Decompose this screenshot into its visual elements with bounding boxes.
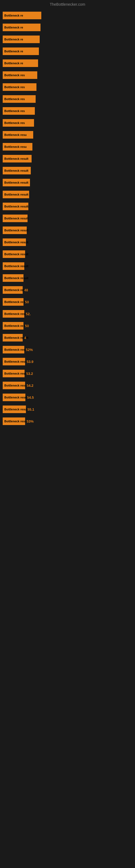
bar-label: Bottleneck result	[3, 239, 26, 246]
bar-label: Bottleneck result	[3, 179, 30, 186]
bar-row: Bottleneck result	[0, 273, 135, 283]
bar-label: Bottleneck result	[3, 394, 26, 401]
bar-label: Bottleneck result	[3, 155, 32, 162]
bar-label: Bottleneck res	[3, 83, 37, 91]
bar-label: Bottleneck res	[3, 107, 35, 115]
bar-row: Bottleneck result53.9	[0, 356, 135, 367]
bar-row: Bottleneck result50	[0, 321, 135, 331]
bar-row: Bottleneck resu	[0, 130, 135, 140]
bar-label: Bottleneck re	[3, 12, 41, 19]
bar-row: Bottleneck result52%	[0, 344, 135, 355]
bar-value: 54.5	[27, 396, 38, 400]
bar-row: Bottleneck result	[0, 189, 135, 199]
bar-label: Bottleneck re	[3, 35, 40, 43]
bar-label: Bottleneck result	[3, 405, 26, 413]
bar-value: 48	[24, 288, 35, 292]
bar-value: 52%	[26, 348, 37, 352]
bar-row: Bottleneck res	[0, 106, 135, 116]
bar-row: Bottleneck res	[0, 94, 135, 104]
bar-row: Bottleneck result	[0, 165, 135, 176]
bar-row: Bottleneck re	[0, 10, 135, 21]
site-title: TheBottlenecker.com	[0, 0, 135, 9]
bar-value: 55.1	[28, 407, 38, 411]
bar-label: Bottleneck res	[3, 119, 34, 127]
bar-label: Bottleneck re	[3, 59, 38, 67]
bar-label: Bottleneck result	[3, 286, 23, 294]
bar-row: Bottleneck result54.2	[0, 380, 135, 391]
bar-row: Bottleneck result	[0, 225, 135, 236]
bar-label: Bottleneck result	[3, 274, 24, 282]
bar-row: Bottleneck resu	[0, 142, 135, 152]
bar-value: 53.9	[27, 360, 38, 364]
bar-label: Bottleneck resu	[3, 143, 32, 151]
bar-row: Bottleneck result	[0, 177, 135, 188]
bar-label: Bottleneck result	[3, 322, 24, 330]
bar-label: Bottleneck result	[3, 358, 25, 365]
bar-row: Bottleneck re	[0, 34, 135, 44]
bar-row: Bottleneck res	[0, 118, 135, 128]
bar-row: Bottleneck re	[0, 58, 135, 68]
bar-label: Bottleneck re	[3, 24, 41, 31]
bar-row: Bottleneck result	[0, 249, 135, 259]
bar-value: 50	[25, 324, 36, 328]
bar-row: Bottleneck result	[0, 237, 135, 247]
bar-row: Bottleneck result50	[0, 297, 135, 307]
bar-label: Bottleneck result	[3, 203, 28, 210]
bar-row: Bottleneck result54.5	[0, 392, 135, 403]
bar-label: Bottleneck result	[3, 382, 25, 389]
bar-label: Bottleneck res	[3, 71, 37, 79]
bar-label: Bottleneck result	[3, 226, 27, 234]
bar-row: Bottleneck result48	[0, 285, 135, 295]
bar-label: Bottleneck result	[3, 167, 31, 175]
bar-row: Bottleneck re	[0, 46, 135, 56]
bar-label: Bottleneck re	[3, 48, 39, 55]
bar-label: Bottleneck res	[3, 95, 36, 103]
bar-label: Bottleneck result	[3, 250, 25, 258]
bars-container: Bottleneck reBottleneck reBottleneck reB…	[0, 10, 135, 426]
bar-label: Bottleneck result	[3, 370, 25, 377]
bar-label: Bottleneck result	[3, 262, 24, 270]
bar-label: Bottleneck result	[3, 191, 29, 198]
bar-row: Bottleneck res	[0, 70, 135, 80]
bar-label: Bottleneck result	[3, 310, 24, 318]
bar-value: 4	[24, 336, 35, 340]
bar-row: Bottleneck res	[0, 82, 135, 92]
bar-row: Bottleneck result52.	[0, 309, 135, 319]
bar-value: 50	[25, 300, 36, 304]
bar-row: Bottleneck result53.2	[0, 368, 135, 379]
bar-label: Bottleneck result	[3, 346, 24, 353]
bar-label: Bottleneck result	[3, 334, 23, 341]
bar-row: Bottleneck result55.1	[0, 404, 135, 414]
bar-label: Bottleneck result	[3, 298, 24, 306]
bar-row: Bottleneck result53%	[0, 416, 135, 426]
bar-value: 54.2	[27, 383, 38, 388]
bar-row: Bottleneck result	[0, 213, 135, 223]
bar-row: Bottleneck result	[0, 154, 135, 164]
bar-value: 53.2	[26, 372, 37, 376]
bar-label: Bottleneck resu	[3, 131, 33, 138]
bar-label: Bottleneck result	[3, 215, 28, 222]
bar-value: 53%	[27, 420, 38, 424]
bar-row: Bottleneck re	[0, 22, 135, 33]
bar-row: Bottleneck result	[0, 261, 135, 271]
bar-row: Bottleneck result	[0, 201, 135, 212]
bar-value: 52.	[26, 312, 37, 316]
bar-row: Bottleneck result4	[0, 333, 135, 343]
bar-label: Bottleneck result	[3, 417, 25, 425]
